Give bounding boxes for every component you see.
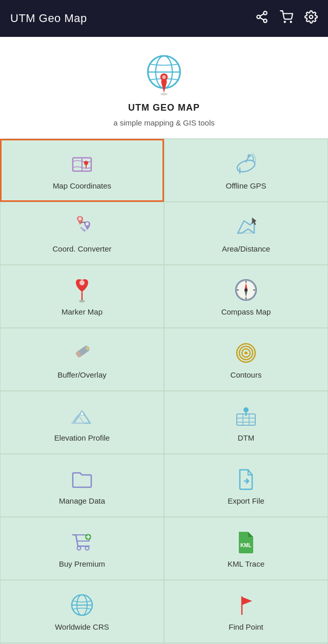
svg-marker-27	[252, 218, 256, 225]
svg-point-13	[162, 75, 166, 79]
menu-item-manage-data[interactable]: Manage Data	[0, 454, 164, 517]
menu-item-compass-map[interactable]: Compass Map	[164, 265, 328, 328]
menu-item-buffer-overlay[interactable]: Buffer/Overlay	[0, 328, 164, 391]
cart-icon[interactable]	[280, 10, 293, 27]
marker-map-label: Marker Map	[61, 307, 102, 316]
svg-line-4	[260, 14, 263, 16]
svg-point-23	[80, 227, 83, 229]
svg-point-22	[86, 222, 89, 225]
settings-icon[interactable]	[304, 10, 318, 27]
header-icon-group	[255, 10, 318, 27]
svg-line-3	[260, 18, 263, 20]
svg-point-16	[84, 161, 88, 165]
buffer-overlay-icon	[69, 340, 95, 366]
app-info-section: UTM GEO MAP a simple mapping & GIS tools	[0, 37, 328, 138]
menu-item-buy-premium[interactable]: Buy Premium	[0, 517, 164, 580]
coord-converter-icon	[69, 214, 95, 240]
coord-converter-label: Coord. Converter	[52, 244, 111, 253]
contours-icon	[233, 340, 259, 366]
svg-point-55	[243, 407, 249, 412]
contours-label: Contours	[231, 370, 262, 379]
menu-item-export-file[interactable]: Export File	[164, 454, 328, 517]
offline-gps-label: Offline GPS	[226, 181, 266, 190]
buy-premium-icon	[69, 529, 95, 555]
svg-point-7	[310, 15, 313, 19]
menu-item-marker-map[interactable]: Marker Map	[0, 265, 164, 328]
app-name-label: UTM GEO MAP	[128, 102, 200, 113]
elevation-profile-label: Elevation Profile	[54, 433, 110, 442]
compass-map-label: Compass Map	[221, 307, 271, 316]
menu-item-elevation-profile[interactable]: Elevation Profile	[0, 391, 164, 454]
app-subtitle-label: a simple mapping & GIS tools	[113, 118, 215, 127]
svg-point-39	[244, 288, 248, 292]
menu-item-worldwide-crs[interactable]: Worldwide CRS	[0, 580, 164, 643]
app-logo	[141, 51, 187, 97]
elevation-profile-icon	[69, 403, 95, 429]
app-title: UTM Geo Map	[10, 12, 87, 25]
menu-item-find-point[interactable]: Find Point	[164, 580, 328, 643]
svg-point-59	[86, 547, 89, 550]
manage-data-label: Manage Data	[59, 496, 105, 505]
kml-trace-label: KML Trace	[228, 559, 264, 568]
menu-item-kml-trace[interactable]: KML KML Trace	[164, 517, 328, 580]
svg-point-6	[291, 22, 292, 23]
svg-point-29	[79, 300, 85, 303]
find-point-label: Find Point	[229, 622, 263, 631]
menu-item-offline-gps[interactable]: Offline GPS	[164, 139, 328, 202]
svg-point-58	[77, 547, 81, 550]
svg-text:KML: KML	[240, 543, 252, 548]
menu-grid: Map Coordinates Offline GPS	[0, 138, 328, 644]
map-coordinates-icon	[69, 151, 95, 177]
find-point-icon	[233, 592, 259, 618]
svg-point-46	[244, 351, 248, 355]
area-distance-label: Area/Distance	[222, 244, 270, 253]
svg-point-11	[160, 93, 168, 95]
map-coordinates-label: Map Coordinates	[53, 181, 111, 190]
svg-point-25	[84, 230, 86, 232]
svg-point-21	[78, 217, 81, 220]
svg-point-19	[248, 154, 251, 157]
export-file-label: Export File	[228, 496, 264, 505]
menu-item-contours[interactable]: Contours	[164, 328, 328, 391]
dtm-label: DTM	[238, 433, 255, 442]
app-header: UTM Geo Map	[0, 0, 328, 37]
menu-item-dtm[interactable]: DTM	[164, 391, 328, 454]
manage-data-icon	[69, 466, 95, 492]
marker-map-icon	[69, 277, 95, 303]
svg-point-5	[284, 22, 285, 23]
buffer-overlay-label: Buffer/Overlay	[57, 370, 107, 379]
menu-item-map-coordinates[interactable]: Map Coordinates	[0, 139, 164, 202]
compass-map-icon	[233, 277, 259, 303]
area-distance-icon	[233, 214, 259, 240]
share-icon[interactable]	[255, 10, 269, 27]
dtm-icon	[233, 403, 259, 429]
svg-point-28	[79, 280, 85, 285]
menu-item-coord-converter[interactable]: Coord. Converter	[0, 202, 164, 265]
worldwide-crs-label: Worldwide CRS	[55, 622, 109, 631]
kml-trace-icon: KML	[233, 529, 259, 555]
buy-premium-label: Buy Premium	[59, 559, 105, 568]
menu-item-area-distance[interactable]: Area/Distance	[164, 202, 328, 265]
export-file-icon	[233, 466, 259, 492]
worldwide-crs-icon	[69, 592, 95, 618]
offline-gps-icon	[233, 151, 259, 177]
